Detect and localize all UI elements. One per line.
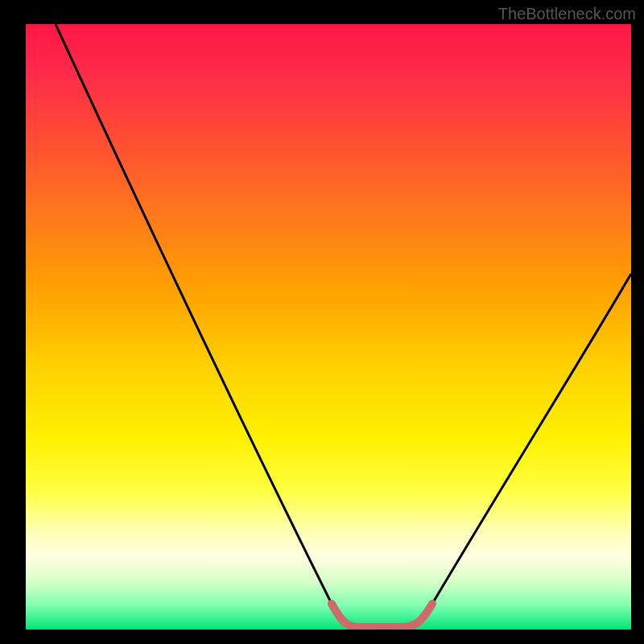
curve-svg (26, 24, 631, 630)
bottleneck-curve (56, 24, 631, 627)
plot-area (26, 24, 631, 630)
trough-highlight (332, 604, 432, 627)
watermark-text: TheBottleneck.com (498, 5, 636, 23)
